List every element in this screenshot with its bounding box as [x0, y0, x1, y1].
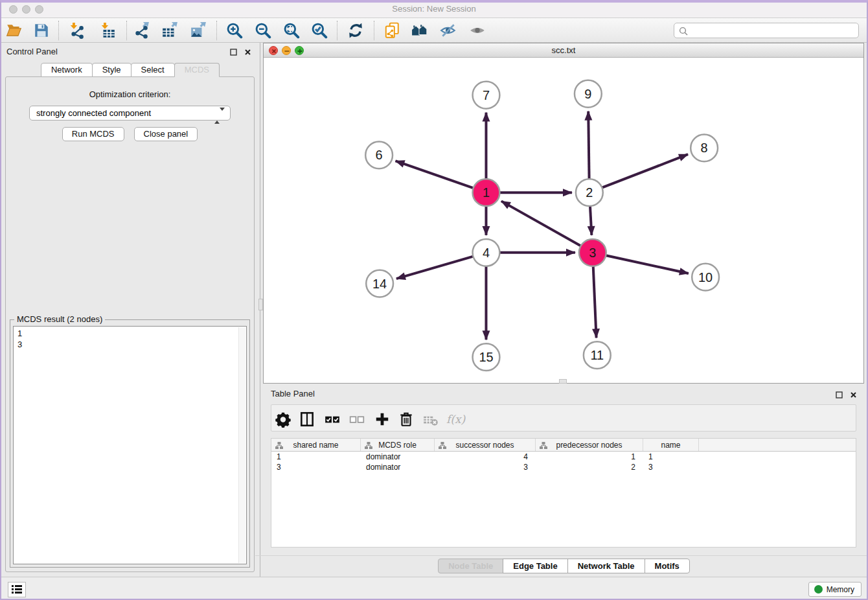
- table-row[interactable]: 1dominator411: [271, 452, 856, 462]
- float-table-panel-icon[interactable]: [835, 390, 843, 398]
- criterion-dropdown[interactable]: strongly connected component: [29, 106, 231, 121]
- table-cell: 2: [536, 462, 643, 472]
- status-bar: Memory: [0, 577, 868, 600]
- zoom-in-icon[interactable]: [226, 22, 243, 39]
- title-bar: Session: New Session: [0, 0, 868, 18]
- zoom-selected-icon[interactable]: [311, 22, 328, 39]
- first-neighbors-icon[interactable]: [411, 22, 428, 39]
- mcds-panel: Optimization criterion: strongly connect…: [5, 76, 255, 572]
- export-table-icon[interactable]: [161, 22, 178, 39]
- search-box[interactable]: [674, 23, 859, 38]
- zoom-out-icon[interactable]: [255, 22, 271, 39]
- toolbar-separator: [337, 21, 337, 40]
- column-panel-icon[interactable]: [299, 411, 315, 428]
- network-window-titlebar[interactable]: scc.txt: [264, 43, 863, 58]
- main-toolbar: [0, 18, 868, 43]
- toolbar-separator: [58, 21, 59, 40]
- column-header-label: predecessor nodes: [556, 441, 622, 450]
- column-header-name[interactable]: name: [643, 439, 699, 451]
- table-cell: 3: [271, 462, 361, 472]
- tab-motifs[interactable]: Motifs: [645, 559, 690, 573]
- column-header-mcds-role[interactable]: MCDS role: [361, 439, 435, 451]
- mcds-result-list[interactable]: 13: [13, 326, 247, 564]
- result-scrollbar[interactable]: [238, 327, 246, 563]
- export-image-icon[interactable]: [190, 22, 207, 39]
- unselect-all-columns-icon[interactable]: [348, 411, 365, 428]
- optimization-criterion-label: Optimization criterion:: [6, 89, 254, 99]
- function-builder-icon[interactable]: f(x): [446, 411, 463, 428]
- show-all-icon[interactable]: [469, 22, 486, 39]
- divider-grip[interactable]: [258, 299, 263, 310]
- memory-button[interactable]: Memory: [808, 582, 862, 597]
- network-canvas[interactable]: 7968124314101511: [264, 58, 863, 383]
- column-header-shared-name[interactable]: shared name: [271, 439, 361, 451]
- tab-node-table[interactable]: Node Table: [438, 559, 503, 573]
- toolbar-separator: [216, 21, 217, 40]
- network-window-title: scc.txt: [264, 43, 863, 58]
- table-row[interactable]: 3dominator323: [271, 462, 856, 472]
- control-panel-tabs: NetworkStyleSelectMCDS: [0, 63, 260, 77]
- column-header-predecessor-nodes[interactable]: predecessor nodes: [536, 439, 643, 451]
- network-minimize-icon[interactable]: [282, 46, 291, 55]
- zoom-window-icon[interactable]: [35, 5, 43, 14]
- tab-style[interactable]: Style: [92, 63, 131, 77]
- column-header-successor-nodes[interactable]: successor nodes: [435, 439, 536, 451]
- table-cell: 1: [643, 452, 699, 462]
- graph-edge-1-6[interactable]: [396, 161, 486, 192]
- table-cell: 4: [435, 452, 536, 462]
- fx-label: f(x): [446, 413, 465, 426]
- table-panel-title: Table Panel: [271, 389, 315, 398]
- close-panel-button[interactable]: Close panel: [134, 127, 198, 141]
- table-cell: dominator: [361, 452, 435, 462]
- network-view-window: scc.txt 7968124314101511: [263, 43, 864, 384]
- delete-table-icon[interactable]: [422, 411, 439, 428]
- graph-edge-3-1[interactable]: [501, 201, 593, 252]
- save-session-icon[interactable]: [33, 22, 50, 39]
- network-close-icon[interactable]: [269, 46, 278, 55]
- column-header-label: shared name: [293, 441, 338, 450]
- hide-selected-icon[interactable]: [440, 22, 457, 39]
- minimize-window-icon[interactable]: [22, 5, 30, 14]
- import-table-icon[interactable]: [99, 22, 116, 39]
- export-network-icon[interactable]: [133, 22, 150, 39]
- table-cell: 1: [536, 452, 643, 462]
- import-network-icon[interactable]: [68, 22, 85, 39]
- open-session-icon[interactable]: [6, 22, 23, 39]
- table-settings-icon[interactable]: [275, 411, 291, 428]
- network-graph[interactable]: 7968124314101511: [264, 58, 863, 383]
- zoom-fit-icon[interactable]: [283, 22, 300, 39]
- list-icon: [8, 583, 25, 597]
- divider-grip[interactable]: [559, 379, 567, 384]
- mcds-result-item: 1: [17, 328, 242, 339]
- control-panel-title: Control Panel: [6, 47, 58, 56]
- tab-select[interactable]: Select: [131, 63, 175, 77]
- task-history-button[interactable]: [8, 582, 26, 597]
- tab-network[interactable]: Network: [41, 63, 93, 77]
- graph-node-label: 7: [483, 88, 490, 102]
- select-all-columns-icon[interactable]: [324, 411, 341, 428]
- graph-node-label: 6: [376, 148, 383, 162]
- table-toolbar: f(x): [271, 404, 856, 432]
- search-input[interactable]: [691, 24, 854, 37]
- refresh-view-icon[interactable]: [347, 22, 364, 39]
- float-panel-icon[interactable]: [229, 47, 238, 56]
- duplicate-network-icon[interactable]: [383, 22, 400, 39]
- close-panel-icon[interactable]: [244, 47, 252, 56]
- graph-edge-2-8[interactable]: [589, 154, 688, 192]
- graph-node-label: 10: [698, 270, 713, 284]
- tab-network-table[interactable]: Network Table: [567, 559, 645, 573]
- table-cell: 3: [435, 462, 536, 472]
- tab-mcds[interactable]: MCDS: [174, 63, 220, 77]
- table-panel: Table Panel: [263, 385, 864, 577]
- close-window-icon[interactable]: [9, 5, 17, 14]
- close-table-panel-icon[interactable]: [849, 390, 858, 398]
- graph-edge-3-10[interactable]: [593, 253, 689, 273]
- network-maximize-icon[interactable]: [295, 46, 304, 55]
- run-mcds-button[interactable]: Run MCDS: [62, 127, 124, 141]
- tab-edge-table[interactable]: Edge Table: [503, 559, 567, 573]
- mcds-result-item: 3: [17, 339, 242, 350]
- control-panel: Control Panel NetworkStyleSelectMCDS Opt…: [0, 43, 260, 577]
- table-cell: 3: [643, 462, 699, 472]
- delete-row-icon[interactable]: [398, 411, 415, 428]
- add-row-icon[interactable]: [374, 411, 391, 428]
